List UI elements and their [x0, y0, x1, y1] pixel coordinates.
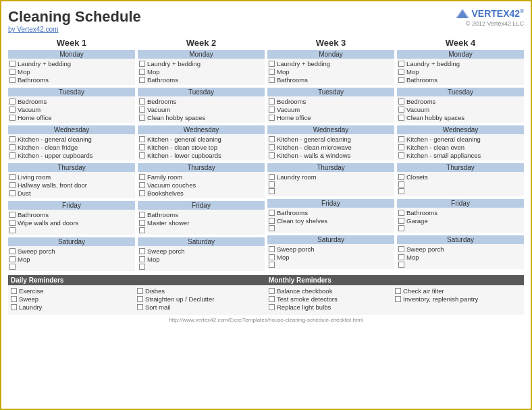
task-checkbox[interactable] [9, 248, 16, 254]
task-checkbox[interactable] [269, 174, 275, 180]
reminder-checkbox[interactable] [269, 288, 275, 294]
task-checkbox[interactable] [139, 107, 145, 113]
reminder-checkbox[interactable] [395, 288, 401, 294]
reminder-item: Test smoke detectors [269, 295, 395, 303]
task-checkbox[interactable] [398, 61, 404, 67]
task-checkbox[interactable] [139, 152, 145, 158]
task-checkbox[interactable] [269, 254, 275, 260]
week-1-day-1-tasks: Laundry + beddingMopBathrooms [8, 59, 135, 85]
task-checkbox[interactable] [269, 115, 275, 121]
task-checkbox[interactable] [398, 210, 404, 216]
task-checkbox[interactable] [9, 182, 16, 188]
task-checkbox[interactable] [9, 264, 16, 270]
task-checkbox[interactable] [269, 98, 275, 105]
task-checkbox[interactable] [139, 144, 145, 150]
task-checkbox[interactable] [139, 256, 145, 262]
task-checkbox[interactable] [139, 61, 145, 67]
reminder-checkbox[interactable] [137, 304, 143, 310]
task-checkbox[interactable] [398, 188, 404, 194]
task-checkbox[interactable] [9, 212, 16, 218]
task-checkbox[interactable] [139, 212, 145, 218]
task-checkbox[interactable] [139, 98, 145, 105]
reminder-checkbox[interactable] [269, 304, 275, 310]
week-2-day-6-tasks: Sweep porchMop [138, 246, 265, 271]
task-item: Sweep porch [269, 245, 393, 253]
task-checkbox[interactable] [269, 181, 275, 187]
task-item: Sweep porch [398, 245, 523, 253]
task-checkbox[interactable] [398, 174, 404, 180]
task-checkbox[interactable] [9, 61, 16, 67]
week-3-day-6-header: Saturday [267, 235, 394, 244]
task-checkbox[interactable] [269, 61, 275, 67]
task-checkbox[interactable] [9, 136, 16, 142]
task-checkbox[interactable] [398, 69, 404, 75]
task-checkbox[interactable] [269, 188, 275, 194]
task-checkbox[interactable] [9, 220, 16, 226]
task-checkbox[interactable] [269, 69, 275, 75]
task-checkbox[interactable] [269, 107, 275, 113]
task-checkbox[interactable] [9, 152, 16, 158]
task-checkbox[interactable] [139, 248, 145, 254]
task-checkbox[interactable] [398, 181, 404, 187]
task-checkbox[interactable] [269, 246, 275, 252]
task-item: Home office [9, 114, 134, 121]
task-checkbox[interactable] [398, 107, 404, 113]
task-item: Kitchen - general cleaning [139, 136, 263, 143]
reminder-checkbox[interactable] [137, 296, 143, 302]
task-checkbox[interactable] [9, 190, 16, 196]
reminder-checkbox[interactable] [137, 288, 143, 294]
task-checkbox[interactable] [398, 262, 404, 268]
task-checkbox[interactable] [139, 77, 145, 83]
reminder-checkbox[interactable] [11, 288, 17, 294]
task-checkbox[interactable] [269, 77, 275, 83]
task-checkbox[interactable] [269, 136, 275, 142]
task-checkbox[interactable] [398, 246, 404, 252]
task-checkbox[interactable] [398, 254, 404, 260]
task-checkbox[interactable] [139, 115, 145, 121]
task-checkbox[interactable] [139, 182, 145, 188]
task-checkbox[interactable] [139, 190, 145, 196]
task-checkbox[interactable] [139, 220, 145, 226]
task-checkbox[interactable] [398, 218, 404, 224]
task-checkbox[interactable] [398, 144, 404, 150]
task-checkbox[interactable] [139, 174, 145, 180]
task-checkbox[interactable] [9, 98, 16, 105]
reminder-checkbox[interactable] [11, 304, 17, 310]
task-checkbox[interactable] [9, 256, 16, 262]
task-checkbox[interactable] [139, 227, 145, 233]
task-item [269, 262, 393, 268]
task-checkbox[interactable] [398, 152, 404, 158]
task-checkbox[interactable] [269, 262, 275, 268]
task-checkbox[interactable] [269, 144, 275, 150]
task-item: Mop [269, 68, 393, 76]
subtitle-link[interactable]: by Vertex42.com [8, 26, 141, 33]
task-checkbox[interactable] [9, 144, 16, 150]
task-checkbox[interactable] [9, 77, 16, 83]
task-checkbox[interactable] [9, 115, 16, 121]
task-checkbox[interactable] [269, 218, 275, 224]
task-checkbox[interactable] [269, 225, 275, 231]
task-label: Dust [18, 189, 31, 197]
task-checkbox[interactable] [9, 69, 16, 75]
task-checkbox[interactable] [398, 77, 404, 83]
reminder-checkbox[interactable] [395, 296, 401, 302]
task-checkbox[interactable] [139, 69, 145, 75]
task-checkbox[interactable] [269, 210, 275, 216]
reminder-checkbox[interactable] [11, 296, 17, 302]
task-item [269, 188, 393, 194]
task-checkbox[interactable] [398, 98, 404, 105]
task-checkbox[interactable] [9, 107, 16, 113]
task-item: Kitchen - upper cupboards [9, 152, 134, 159]
task-checkbox[interactable] [398, 115, 404, 121]
task-checkbox[interactable] [269, 152, 275, 158]
task-checkbox[interactable] [398, 136, 404, 142]
task-checkbox[interactable] [139, 136, 145, 142]
reminder-checkbox[interactable] [269, 296, 275, 302]
task-checkbox[interactable] [398, 225, 404, 231]
task-checkbox[interactable] [9, 227, 16, 233]
task-item: Mop [139, 256, 263, 263]
task-item: Bathrooms [139, 76, 263, 84]
task-checkbox[interactable] [9, 174, 16, 180]
task-checkbox[interactable] [139, 264, 145, 270]
task-item: Dust [9, 189, 134, 197]
